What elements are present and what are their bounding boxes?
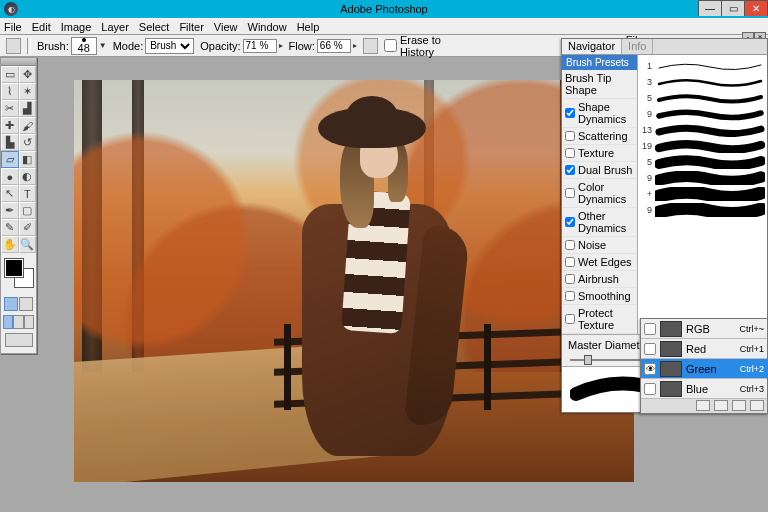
erase-history-checkbox[interactable] — [384, 39, 397, 52]
chevron-right-icon[interactable]: ▸ — [279, 41, 283, 50]
lasso-tool[interactable]: ⌇ — [1, 83, 19, 100]
brush-option-color-dynamics[interactable]: Color Dynamics — [562, 179, 637, 208]
brush-preset-row[interactable]: 9 — [640, 106, 765, 122]
image-subject — [280, 94, 460, 464]
brush-preset-row[interactable]: 19 — [640, 138, 765, 154]
shape-tool[interactable]: ▢ — [19, 202, 37, 219]
brush-tool[interactable]: 🖌 — [19, 117, 37, 134]
brush-preset-row[interactable]: 9 — [640, 202, 765, 218]
visibility-icon[interactable] — [644, 323, 656, 335]
visibility-icon[interactable] — [644, 383, 656, 395]
heal-tool[interactable]: ✚ — [1, 117, 19, 134]
stamp-tool[interactable]: ▙ — [1, 134, 19, 151]
hand-tool[interactable]: ✋ — [1, 236, 19, 253]
color-swatches[interactable] — [3, 257, 34, 291]
jump-imageready-icon[interactable] — [5, 333, 33, 347]
chevron-right-icon[interactable]: ▸ — [353, 41, 357, 50]
brush-presets-header[interactable]: Brush Presets — [562, 55, 637, 70]
channel-to-selection-icon[interactable] — [696, 400, 710, 411]
channel-thumb — [660, 361, 682, 377]
brush-preset-row[interactable]: 13 — [640, 122, 765, 138]
brush-option-dual-brush[interactable]: Dual Brush — [562, 162, 637, 179]
brush-option-smoothing[interactable]: Smoothing — [562, 288, 637, 305]
notes-tool[interactable]: ✎ — [1, 219, 19, 236]
channel-red[interactable]: RedCtrl+1 — [641, 339, 767, 359]
dodge-tool[interactable]: ◐ — [19, 168, 37, 185]
gradient-tool[interactable]: ◧ — [19, 151, 37, 168]
brush-option-shape-dynamics[interactable]: Shape Dynamics — [562, 99, 637, 128]
visibility-icon[interactable] — [644, 343, 656, 355]
screen-standard-icon[interactable] — [3, 315, 13, 329]
flow-label: Flow: — [289, 40, 315, 52]
menu-bar: File Edit Image Layer Select Filter View… — [0, 18, 768, 35]
move-tool[interactable]: ✥ — [19, 66, 37, 83]
path-tool[interactable]: ↖ — [1, 185, 19, 202]
menu-view[interactable]: View — [214, 21, 238, 33]
brush-option-protect-texture[interactable]: Protect Texture — [562, 305, 637, 334]
chevron-down-icon[interactable]: ▼ — [99, 41, 107, 50]
channel-blue[interactable]: BlueCtrl+3 — [641, 379, 767, 399]
brush-option-airbrush[interactable]: Airbrush — [562, 271, 637, 288]
brush-preset-row[interactable]: + — [640, 186, 765, 202]
standard-mode-icon[interactable] — [4, 297, 18, 311]
blur-tool[interactable]: ● — [1, 168, 19, 185]
slice-tool[interactable]: ▟ — [19, 100, 37, 117]
tool-preset-icon[interactable] — [6, 38, 21, 54]
crop-tool[interactable]: ✂ — [1, 100, 19, 117]
menu-image[interactable]: Image — [61, 21, 92, 33]
brush-label: Brush: — [37, 40, 69, 52]
brush-preset-picker[interactable]: 48 — [71, 37, 97, 55]
history-brush-tool[interactable]: ↺ — [19, 134, 37, 151]
menu-edit[interactable]: Edit — [32, 21, 51, 33]
toolbox-grip[interactable] — [1, 58, 36, 66]
close-button[interactable]: ✕ — [744, 0, 768, 16]
brush-option-scattering[interactable]: Scattering — [562, 128, 637, 145]
brush-preset-row[interactable]: 5 — [640, 154, 765, 170]
menu-window[interactable]: Window — [248, 21, 287, 33]
quickmask-mode-icon[interactable] — [19, 297, 33, 311]
wand-tool[interactable]: ✶ — [19, 83, 37, 100]
brush-tip-shape[interactable]: Brush Tip Shape — [562, 70, 637, 99]
screen-full-icon[interactable] — [24, 315, 34, 329]
menu-file[interactable]: File — [4, 21, 22, 33]
mode-select[interactable]: Brush — [145, 38, 194, 54]
channel-thumb — [660, 341, 682, 357]
screen-full-menu-icon[interactable] — [13, 315, 23, 329]
menu-select[interactable]: Select — [139, 21, 170, 33]
marquee-tool[interactable]: ▭ — [1, 66, 19, 83]
airbrush-icon[interactable] — [363, 38, 378, 54]
brush-option-texture[interactable]: Texture — [562, 145, 637, 162]
document-canvas[interactable] — [74, 80, 634, 482]
channels-palette: RGBCtrl+~RedCtrl+1👁GreenCtrl+2BlueCtrl+3 — [640, 318, 768, 414]
save-selection-icon[interactable] — [714, 400, 728, 411]
channel-rgb[interactable]: RGBCtrl+~ — [641, 319, 767, 339]
delete-channel-icon[interactable] — [750, 400, 764, 411]
brush-preset-row[interactable]: 1 — [640, 58, 765, 74]
brush-preset-row[interactable]: 9 — [640, 170, 765, 186]
channel-thumb — [660, 321, 682, 337]
visibility-icon[interactable]: 👁 — [644, 363, 656, 375]
type-tool[interactable]: T — [19, 185, 37, 202]
menu-filter[interactable]: Filter — [179, 21, 203, 33]
brush-option-noise[interactable]: Noise — [562, 237, 637, 254]
channel-green[interactable]: 👁GreenCtrl+2 — [641, 359, 767, 379]
new-channel-icon[interactable] — [732, 400, 746, 411]
brush-option-other-dynamics[interactable]: Other Dynamics — [562, 208, 637, 237]
foreground-color[interactable] — [5, 259, 23, 277]
tab-navigator[interactable]: Navigator — [562, 39, 622, 54]
opacity-input[interactable] — [243, 39, 277, 53]
eraser-tool[interactable]: ▱ — [1, 151, 19, 168]
eyedropper-tool[interactable]: ✐ — [19, 219, 37, 236]
brush-preset-row[interactable]: 3 — [640, 74, 765, 90]
brush-preset-row[interactable]: 5 — [640, 90, 765, 106]
minimize-button[interactable]: — — [698, 0, 722, 16]
menu-layer[interactable]: Layer — [101, 21, 129, 33]
brush-preview-list[interactable]: 1359131959+9 — [638, 55, 767, 334]
maximize-button[interactable]: ▭ — [721, 0, 745, 16]
tab-info[interactable]: Info — [622, 39, 653, 54]
zoom-tool[interactable]: 🔍 — [19, 236, 37, 253]
brush-option-wet-edges[interactable]: Wet Edges — [562, 254, 637, 271]
menu-help[interactable]: Help — [297, 21, 320, 33]
pen-tool[interactable]: ✒ — [1, 202, 19, 219]
flow-input[interactable] — [317, 39, 351, 53]
